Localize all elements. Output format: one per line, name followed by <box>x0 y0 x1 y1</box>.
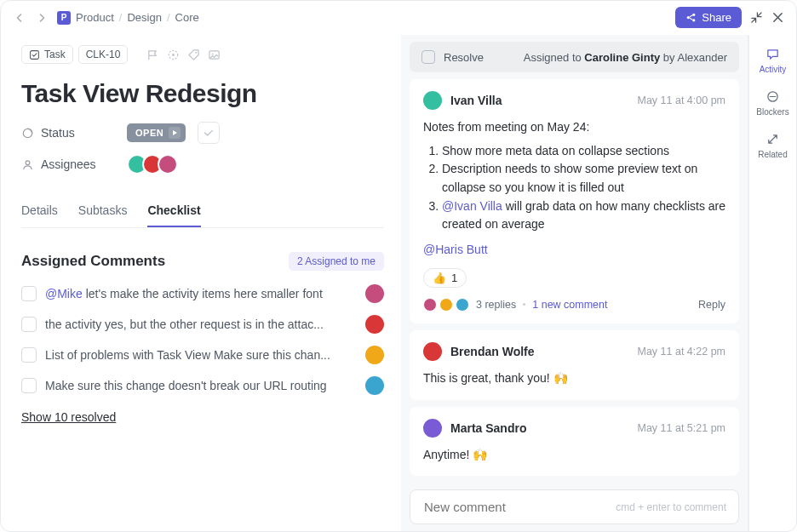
activity-time: May 11 at 5:21 pm <box>637 422 725 434</box>
rail-activity[interactable]: Activity <box>760 47 787 74</box>
comment-text: List of problems with Task View Make sur… <box>45 348 357 362</box>
comment-composer[interactable]: cmd + enter to comment <box>410 489 739 524</box>
resolve-checkbox[interactable] <box>421 50 435 64</box>
share-button[interactable]: Share <box>675 7 742 28</box>
reply-line[interactable]: 3 replies1 new commentReply <box>423 298 725 312</box>
activity-time: May 11 at 4:22 pm <box>637 346 725 358</box>
activity-body: Notes from meeting on May 24:Show more m… <box>423 118 725 260</box>
assign-bar: Resolve Assigned to Caroline Ginty by Al… <box>410 42 739 72</box>
rail-blockers[interactable]: Blockers <box>756 89 788 117</box>
assignees-avatars[interactable] <box>127 154 178 174</box>
rail-related[interactable]: Related <box>758 132 787 159</box>
avatar[interactable] <box>423 342 442 361</box>
related-icon <box>765 132 780 146</box>
nav-forward[interactable] <box>35 11 49 25</box>
status-label: Status <box>21 126 115 140</box>
image-icon[interactable] <box>206 47 221 62</box>
reaction[interactable]: 👍 1 <box>423 268 467 288</box>
tag-icon[interactable] <box>186 47 201 62</box>
person-icon <box>21 158 34 171</box>
show-resolved-link[interactable]: Show 10 resolved <box>21 410 116 424</box>
avatar[interactable] <box>365 376 384 395</box>
activity-author[interactable]: Ivan Villa <box>450 94 502 107</box>
comment-row[interactable]: List of problems with Task View Make sur… <box>21 346 384 364</box>
avatar[interactable] <box>365 284 384 303</box>
flag-icon[interactable] <box>145 47 160 62</box>
svg-point-5 <box>172 54 175 56</box>
avatar[interactable] <box>423 419 442 438</box>
svg-point-10 <box>26 160 30 164</box>
share-icon <box>685 12 697 23</box>
crumb-space[interactable]: Core <box>175 11 199 24</box>
sprint-icon[interactable] <box>165 47 181 62</box>
tab-subtasks[interactable]: Subtasks <box>78 195 128 227</box>
close-icon[interactable] <box>771 11 784 24</box>
comment-checkbox[interactable] <box>21 317 37 332</box>
svg-point-0 <box>687 16 690 19</box>
avatar[interactable] <box>423 91 442 110</box>
svg-point-6 <box>195 51 197 53</box>
activity-author[interactable]: Brendan Wolfe <box>450 345 535 358</box>
collapse-icon[interactable] <box>750 11 763 24</box>
comment-checkbox[interactable] <box>21 378 37 393</box>
crumb-group[interactable]: Design <box>127 11 161 24</box>
comment-row[interactable]: @Mike let's make the activity items here… <box>21 284 384 303</box>
assignees-label: Assignees <box>21 157 115 171</box>
svg-point-8 <box>212 53 214 54</box>
nav-back[interactable] <box>13 11 26 25</box>
activity-author[interactable]: Marta Sandro <box>450 421 526 435</box>
task-type-chip[interactable]: Task <box>21 45 73 64</box>
composer-hint: cmd + enter to comment <box>616 501 726 513</box>
activity-body: Anytime! 🙌 <box>423 446 725 465</box>
comment-text: @Mike let's make the activity items here… <box>45 287 357 300</box>
breadcrumb[interactable]: P Product / Design / Core <box>57 11 199 25</box>
resolve-label: Resolve <box>444 51 484 64</box>
activity-body: This is great, thank you! 🙌 <box>423 369 725 388</box>
comment-input[interactable] <box>422 499 616 515</box>
comment-checkbox[interactable] <box>21 347 37 363</box>
tab-details[interactable]: Details <box>21 195 58 227</box>
comment-text: Make sure this change doesn't break our … <box>45 379 357 392</box>
tabs: Details Subtasks Checklist <box>21 195 384 228</box>
chat-icon <box>765 47 780 61</box>
task-id-chip[interactable]: CLK-10 <box>78 45 129 64</box>
page-title: Task View Redesign <box>21 79 384 108</box>
task-icon <box>29 49 40 60</box>
status-next-icon[interactable] <box>169 127 181 139</box>
activity-card: Marta SandroMay 11 at 5:21 pmAnytime! 🙌 <box>410 407 739 477</box>
comment-row[interactable]: the activity yes, but the other request … <box>21 315 384 334</box>
avatar[interactable] <box>158 154 178 174</box>
status-icon <box>21 127 34 140</box>
svg-point-1 <box>692 14 695 16</box>
tab-checklist[interactable]: Checklist <box>147 195 200 227</box>
assigned-badge[interactable]: 2 Assigned to me <box>289 252 384 271</box>
svg-point-2 <box>692 19 695 21</box>
activity-time: May 11 at 4:00 pm <box>637 94 725 106</box>
svg-rect-3 <box>31 50 39 59</box>
reply-button[interactable]: Reply <box>698 299 725 311</box>
crumb-project[interactable]: Product <box>76 11 114 24</box>
blocker-icon <box>765 89 780 104</box>
comment-text: the activity yes, but the other request … <box>45 317 357 331</box>
activity-card: Ivan VillaMay 11 at 4:00 pmNotes from me… <box>410 79 739 323</box>
avatar[interactable] <box>365 346 384 364</box>
comment-row[interactable]: Make sure this change doesn't break our … <box>21 376 384 395</box>
activity-card: Brendan WolfeMay 11 at 4:22 pmThis is gr… <box>410 330 739 400</box>
project-icon: P <box>57 11 71 25</box>
complete-toggle[interactable] <box>198 122 220 144</box>
comment-checkbox[interactable] <box>21 286 37 301</box>
section-title: Assigned Comments <box>21 253 165 270</box>
avatar[interactable] <box>365 315 384 334</box>
status-pill[interactable]: OPEN <box>127 123 186 142</box>
